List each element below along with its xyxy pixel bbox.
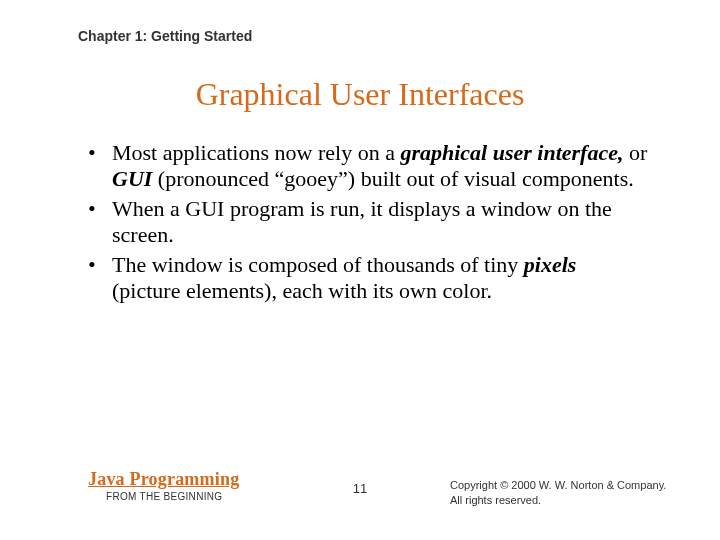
slide-title: Graphical User Interfaces xyxy=(0,76,720,113)
bullet-emphasis: pixels xyxy=(524,252,577,277)
bullet-text: When a GUI program is run, it displays a… xyxy=(112,196,612,247)
slide: Chapter 1: Getting Started Graphical Use… xyxy=(0,0,720,540)
bullet-text: Most applications now rely on a xyxy=(112,140,400,165)
bullet-item: When a GUI program is run, it displays a… xyxy=(88,196,648,249)
slide-body: Most applications now rely on a graphica… xyxy=(88,140,648,307)
copyright: Copyright © 2000 W. W. Norton & Company.… xyxy=(450,478,680,508)
bullet-item: The window is composed of thousands of t… xyxy=(88,252,648,305)
copyright-line: All rights reserved. xyxy=(450,493,680,508)
bullet-emphasis: GUI xyxy=(112,166,152,191)
copyright-line: Copyright © 2000 W. W. Norton & Company. xyxy=(450,478,680,493)
bullet-emphasis: graphical user interface, xyxy=(400,140,623,165)
bullet-item: Most applications now rely on a graphica… xyxy=(88,140,648,193)
bullet-text: (pronounced “gooey”) built out of visual… xyxy=(152,166,633,191)
bullet-text: The window is composed of thousands of t… xyxy=(112,252,524,277)
bullet-text: (picture elements), each with its own co… xyxy=(112,278,492,303)
bullet-text: or xyxy=(623,140,647,165)
chapter-label: Chapter 1: Getting Started xyxy=(78,28,252,44)
